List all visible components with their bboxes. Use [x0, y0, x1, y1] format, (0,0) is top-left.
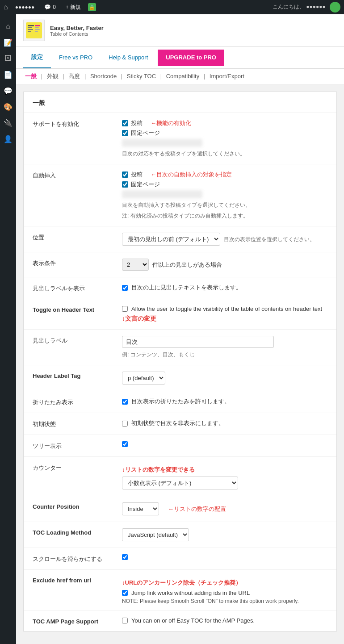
- annotation-support: ←機能の有効化: [151, 119, 191, 127]
- plugin-logo: [23, 20, 45, 41]
- row-counter-position: Counter Position Inside Outside ←リストの数字の…: [24, 496, 336, 522]
- label-exclude-href: Exclude href from url: [33, 576, 113, 584]
- annotation-counter: ↓リストの数字を変更できる: [122, 466, 327, 474]
- checkbox-post2-label: 投稿: [131, 171, 143, 179]
- checkbox-fixed-page-input[interactable]: [122, 130, 128, 136]
- label-collapsible: 折りたたみ表示: [33, 397, 113, 406]
- header-label-input[interactable]: [122, 336, 274, 348]
- row-smooth-scroll: スクロールを滑らかにする: [24, 548, 336, 570]
- condition-inline: 2 件以上の見出しがある場合: [122, 259, 327, 271]
- label-smooth-scroll: スクロールを滑らかにする: [33, 554, 113, 563]
- checkbox-post: 投稿 ←機能の有効化: [122, 119, 327, 127]
- initial-state-checkbox[interactable]: [122, 421, 128, 427]
- exclude-href-note: NOTE: Please keep Smooth Scroll "ON" to …: [122, 598, 327, 604]
- header-label-tag-select[interactable]: p (default) h1h2h3: [122, 372, 165, 385]
- control-header-label-tag: p (default) h1h2h3: [122, 372, 327, 385]
- settings-panel: 一般 サポートを有効化 投稿 ←機能の有効化 固定ページ 目次の対応をする投稿タ…: [23, 92, 337, 631]
- collapsible-inline: 目次表示の折りたたみを許可します。: [122, 397, 327, 406]
- show-header-checkbox[interactable]: [122, 285, 128, 291]
- tabs-bar: 設定 Free vs PRO Help & Support UPGRADE to…: [16, 47, 344, 69]
- label-header-label: 見出しラベル: [33, 336, 113, 345]
- label-initial-state: 初期状態: [33, 419, 113, 428]
- subnav-compatibility[interactable]: Compatibility: [166, 73, 199, 79]
- row-position: 位置 最初の見出しの前 (デフォルト) 目次の表示位置を選択してください。: [24, 226, 336, 252]
- control-exclude-href: ↓URLのアンカーリンク除去（チェック推奨） Jump link works w…: [122, 576, 327, 604]
- tree-view-checkbox[interactable]: [122, 441, 128, 447]
- tab-settings[interactable]: 設定: [23, 47, 51, 68]
- sidebar-item-posts[interactable]: 📝: [0, 35, 16, 50]
- svg-rect-7: [35, 29, 40, 30]
- control-counter: ↓リストの数字を変更できる 小数点表示 (デフォルト) 数字 なし: [122, 463, 327, 489]
- control-display-condition: 2 件以上の見出しがある場合: [122, 259, 327, 271]
- sidebar-item-appearance[interactable]: 🎨: [0, 99, 16, 114]
- tab-upgrade[interactable]: UPGRADE to PRO: [158, 50, 224, 66]
- checkbox-post2: 投稿 ←目次の自動挿入の対象を指定: [122, 171, 327, 179]
- checkbox-post-input[interactable]: [122, 120, 128, 126]
- label-display-condition: 表示条件: [33, 259, 113, 268]
- collapsible-checkbox[interactable]: [122, 399, 128, 405]
- sidebar-item-media[interactable]: 🖼: [0, 51, 16, 66]
- counter-select[interactable]: 小数点表示 (デフォルト) 数字 なし: [122, 477, 238, 489]
- label-counter: カウンター: [33, 463, 113, 472]
- smooth-scroll-checkbox[interactable]: [122, 554, 128, 560]
- subnav-appearance[interactable]: 外観: [47, 73, 59, 79]
- row-toggle-header: Toggle on Header Text Allow the user to …: [24, 299, 336, 330]
- toc-amp-checkbox[interactable]: [122, 618, 128, 623]
- collapsible-text: 目次表示の折りたたみを許可します。: [131, 397, 230, 406]
- label-support-enable: サポートを有効化: [33, 119, 113, 128]
- toggle-header-checkbox[interactable]: [122, 306, 128, 312]
- desc-support: 目次の対応をする投稿タイプを選択してください。: [122, 150, 327, 158]
- new-post-button[interactable]: + 新規: [63, 3, 84, 12]
- counter-position-select[interactable]: Inside Outside: [122, 502, 159, 515]
- tab-free-vs-pro[interactable]: Free vs PRO: [51, 48, 101, 68]
- security-icon: 🔒: [88, 3, 96, 11]
- subnav-general[interactable]: 一般: [25, 73, 37, 79]
- subnav-shortcode[interactable]: Shortcode: [90, 73, 117, 79]
- row-exclude-href: Exclude href from url ↓URLのアンカーリンク除去（チェッ…: [24, 570, 336, 611]
- toc-loading-select[interactable]: JavaScript (default) PHP: [122, 528, 189, 541]
- counter-position-inline: Inside Outside ←リストの数字の配置: [122, 502, 327, 515]
- sidebar-item-plugins[interactable]: 🔌: [0, 115, 16, 130]
- show-header-text: 目次の上に見出しテキストを表示します。: [131, 284, 242, 292]
- plugin-info: Easy, Better, Faster Table of Contents: [50, 25, 104, 37]
- control-toc-amp: You can on or off Easy TOC for the AMP P…: [122, 617, 327, 624]
- sidebar-item-users[interactable]: 👤: [0, 131, 16, 146]
- plugin-header: Easy, Better, Faster Table of Contents: [16, 14, 344, 47]
- comments-icon[interactable]: 💬 0: [42, 3, 59, 11]
- row-toc-loading: TOC Loading Method JavaScript (default) …: [24, 522, 336, 548]
- svg-rect-0: [26, 22, 42, 38]
- site-name[interactable]: ●●●●●●: [13, 3, 38, 11]
- svg-rect-1: [28, 25, 34, 26]
- sidebar-item-home[interactable]: ⌂: [0, 19, 16, 34]
- row-display-condition: 表示条件 2 件以上の見出しがある場合: [24, 252, 336, 277]
- svg-rect-2: [28, 27, 32, 28]
- annotation-exclude-href: ↓URLのアンカーリンク除去（チェック推奨）: [122, 579, 327, 587]
- wp-logo-icon[interactable]: ⌂: [4, 3, 8, 11]
- label-toc-amp: TOC AMP Page Support: [33, 617, 113, 625]
- initial-state-inline: 初期状態で目次を非表示にします。: [122, 419, 327, 427]
- label-auto-insert: 自動挿入: [33, 171, 113, 180]
- position-select[interactable]: 最初の見出しの前 (デフォルト): [122, 233, 220, 246]
- exclude-href-text: Jump link works without adding ids in th…: [131, 590, 250, 596]
- subnav-import-export[interactable]: Import/Export: [210, 73, 244, 79]
- sidebar-item-comments[interactable]: 💬: [0, 83, 16, 98]
- greeting: こんにちは、 ●●●●●●: [273, 2, 340, 13]
- svg-rect-8: [35, 31, 38, 32]
- subnav-advanced[interactable]: 高度: [68, 73, 80, 79]
- toc-amp-inline: You can on or off Easy TOC for the AMP P…: [122, 617, 327, 624]
- checkbox-fixed-page2-input[interactable]: [122, 181, 128, 188]
- row-support-enable: サポートを有効化 投稿 ←機能の有効化 固定ページ 目次の対応をする投稿タイプを…: [24, 113, 336, 164]
- admin-sidebar: ⌂ 📝 🖼 📄 💬 🎨 🔌 👤: [0, 14, 16, 644]
- condition-num-select[interactable]: 2: [122, 259, 149, 271]
- checkbox-post2-input[interactable]: [122, 171, 128, 178]
- control-show-header-label: 目次の上に見出しテキストを表示します。: [122, 284, 327, 292]
- row-header-label: 見出しラベル 例: コンテンツ、目次、もくじ: [24, 330, 336, 365]
- sidebar-item-pages[interactable]: 📄: [0, 67, 16, 82]
- subnav-sticky-toc[interactable]: Sticky TOC: [127, 73, 156, 79]
- tab-help-support[interactable]: Help & Support: [101, 48, 156, 68]
- toggle-header-inline: Allow the user to toggle the visibility …: [122, 305, 327, 312]
- exclude-href-inline: Jump link works without adding ids in th…: [122, 590, 327, 596]
- control-smooth-scroll: [122, 554, 327, 561]
- plugin-name: Easy, Better, Faster: [50, 25, 104, 31]
- exclude-href-checkbox[interactable]: [122, 590, 128, 596]
